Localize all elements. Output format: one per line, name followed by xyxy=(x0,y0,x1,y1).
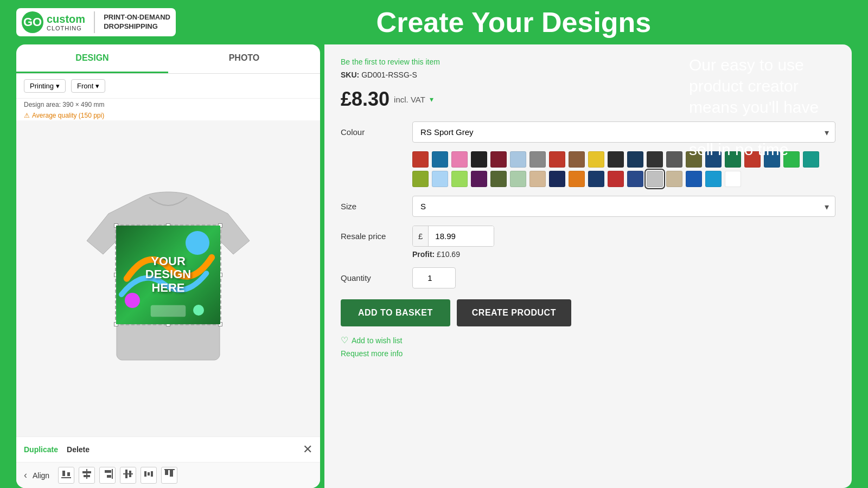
svg-rect-15 xyxy=(151,471,153,477)
price-vat-label: incl. VAT xyxy=(394,95,425,104)
tshirt-container: YOUR DESIGN HERE xyxy=(65,176,271,382)
profit-value: £10.69 xyxy=(437,250,460,259)
product-price: £8.30 xyxy=(341,88,390,111)
design-overlay[interactable]: YOUR DESIGN HERE xyxy=(115,224,221,325)
wishlist-link[interactable]: Add to wish list xyxy=(352,336,402,345)
colour-swatch-37[interactable] xyxy=(725,171,741,187)
printing-label: Printing xyxy=(30,82,54,90)
size-select[interactable]: S xyxy=(412,196,835,217)
tab-bar: DESIGN PHOTO xyxy=(16,44,320,74)
colour-swatch-28[interactable] xyxy=(549,171,565,187)
svg-rect-7 xyxy=(105,470,111,473)
quantity-input[interactable] xyxy=(412,267,456,288)
colour-swatch-5[interactable] xyxy=(510,151,526,168)
add-to-basket-button[interactable]: ADD TO BASKET xyxy=(341,299,450,326)
quality-warning: ⚠ Average quality (150 ppi) xyxy=(16,111,320,120)
canvas-area[interactable]: YOUR DESIGN HERE xyxy=(16,120,320,436)
heart-icon: ♡ xyxy=(341,335,348,345)
colour-swatch-13[interactable] xyxy=(666,151,682,168)
colour-swatch-22[interactable] xyxy=(432,171,448,187)
colour-swatch-25[interactable] xyxy=(490,171,507,187)
colour-swatch-12[interactable] xyxy=(647,151,663,168)
close-button[interactable]: ✕ xyxy=(303,442,312,457)
front-chevron: ▾ xyxy=(95,82,99,90)
colour-swatch-3[interactable] xyxy=(471,151,487,168)
header: GO custom CLOTHING PRINT·ON·DEMAND DROPS… xyxy=(0,0,868,44)
colour-swatch-26[interactable] xyxy=(510,171,526,187)
delete-link[interactable]: Delete xyxy=(67,445,90,454)
colour-select[interactable]: RS Sport Grey xyxy=(412,121,835,143)
duplicate-link[interactable]: Duplicate xyxy=(24,445,58,454)
printing-chevron: ▾ xyxy=(56,82,60,90)
colour-swatch-21[interactable] xyxy=(412,171,429,187)
logo-box: GO custom CLOTHING PRINT·ON·DEMAND DROPS… xyxy=(16,8,176,36)
colour-swatch-4[interactable] xyxy=(490,151,507,168)
create-product-button[interactable]: CREATE PRODUCT xyxy=(457,299,571,326)
colour-swatch-0[interactable] xyxy=(412,151,429,168)
align-icons xyxy=(58,467,177,484)
warning-icon: ⚠ xyxy=(24,112,30,119)
header-title: Create Your Designs xyxy=(176,6,852,38)
svg-rect-13 xyxy=(144,471,146,477)
logo-go-badge: GO xyxy=(22,11,43,33)
colour-swatch-24[interactable] xyxy=(471,171,487,187)
resale-input[interactable] xyxy=(429,226,494,246)
colour-swatch-9[interactable] xyxy=(588,151,604,168)
colour-swatch-33[interactable] xyxy=(647,171,663,187)
colour-swatch-10[interactable] xyxy=(608,151,624,168)
colour-swatch-11[interactable] xyxy=(627,151,643,168)
printing-button[interactable]: Printing ▾ xyxy=(24,79,66,93)
action-links: Duplicate Delete xyxy=(24,445,90,454)
design-image: YOUR DESIGN HERE xyxy=(116,226,220,324)
quantity-label: Quantity xyxy=(341,273,406,282)
sku-label: SKU: xyxy=(341,70,359,79)
align-center-h-icon[interactable] xyxy=(79,467,95,484)
side-text: Our easy to use product creator means yo… xyxy=(689,54,852,160)
wishlist-row: ♡ Add to wish list xyxy=(341,335,835,345)
design-toolbar: Printing ▾ Front ▾ xyxy=(16,74,320,99)
colour-swatch-6[interactable] xyxy=(529,151,546,168)
colour-swatch-1[interactable] xyxy=(432,151,448,168)
colour-swatch-29[interactable] xyxy=(569,171,585,187)
design-placeholder-text: YOUR DESIGN HERE xyxy=(145,255,191,294)
logo-area: GO custom CLOTHING PRINT·ON·DEMAND DROPS… xyxy=(16,8,176,36)
colour-swatch-34[interactable] xyxy=(666,171,682,187)
svg-rect-0 xyxy=(151,305,186,317)
colour-swatch-36[interactable] xyxy=(705,171,722,187)
logo-text: custom CLOTHING xyxy=(47,13,85,31)
colour-swatch-30[interactable] xyxy=(588,171,604,187)
colour-swatch-23[interactable] xyxy=(451,171,468,187)
svg-rect-14 xyxy=(148,472,150,476)
colour-swatch-8[interactable] xyxy=(569,151,585,168)
svg-rect-1 xyxy=(62,471,65,476)
tab-photo[interactable]: PHOTO xyxy=(168,44,320,73)
front-button[interactable]: Front ▾ xyxy=(71,79,105,93)
align-center-v-icon[interactable] xyxy=(120,467,136,484)
colour-swatch-7[interactable] xyxy=(549,151,565,168)
colour-swatch-27[interactable] xyxy=(529,171,546,187)
sku-value: GD001-RSSG-S xyxy=(361,70,417,79)
currency-symbol: £ xyxy=(413,226,429,246)
align-prev[interactable]: ‹ xyxy=(24,470,27,481)
logo-print: PRINT·ON·DEMAND DROPSHIPPING xyxy=(104,13,170,31)
resale-input-wrapper: £ xyxy=(412,226,494,247)
align-top-icon[interactable] xyxy=(161,467,177,484)
vat-dropdown[interactable]: ▾ xyxy=(430,95,433,104)
colour-select-wrapper[interactable]: RS Sport Grey xyxy=(412,121,835,143)
align-distribute-h-icon[interactable] xyxy=(141,467,157,484)
align-right-icon[interactable] xyxy=(99,467,116,484)
logo-custom: custom xyxy=(47,13,85,25)
colour-swatch-31[interactable] xyxy=(608,171,624,187)
align-bottom-icon[interactable] xyxy=(58,467,74,484)
request-link[interactable]: Request more info xyxy=(341,349,403,358)
svg-rect-2 xyxy=(67,472,70,476)
profit-label: Profit: xyxy=(412,250,435,259)
colour-swatch-35[interactable] xyxy=(686,171,702,187)
svg-rect-12 xyxy=(129,471,131,477)
profit-row: Profit: £10.69 xyxy=(412,250,835,259)
tab-design[interactable]: DESIGN xyxy=(16,44,168,73)
size-select-wrapper[interactable]: S xyxy=(412,196,835,217)
colour-swatch-2[interactable] xyxy=(451,151,468,168)
align-label: Align xyxy=(33,471,49,480)
colour-swatch-32[interactable] xyxy=(627,171,643,187)
